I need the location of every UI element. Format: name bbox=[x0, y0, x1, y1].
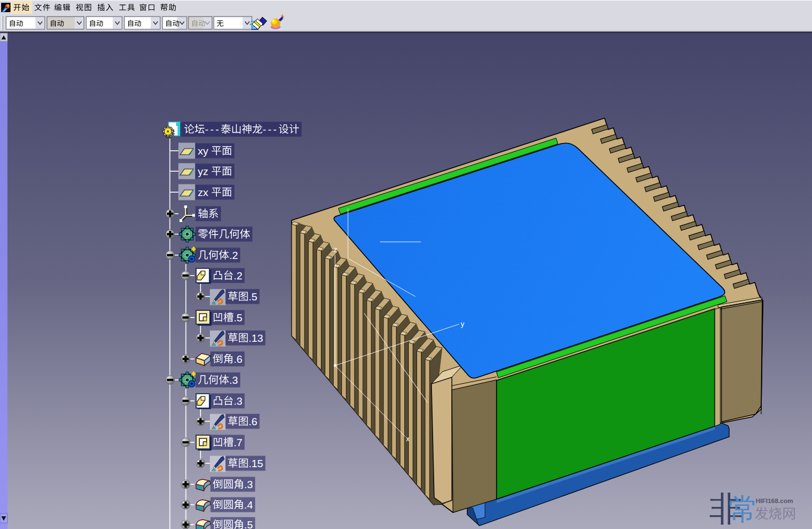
svg-text:.6: .6 bbox=[249, 416, 257, 427]
svg-text:-: - bbox=[273, 124, 277, 135]
svg-text:z: z bbox=[334, 245, 338, 253]
svg-text:.5: .5 bbox=[249, 291, 257, 303]
svg-text:.13: .13 bbox=[249, 332, 263, 344]
svg-text:.4: .4 bbox=[244, 499, 253, 511]
svg-text:.15: .15 bbox=[249, 458, 263, 469]
svg-text:.7: .7 bbox=[234, 437, 242, 448]
svg-text:zx: zx bbox=[198, 187, 209, 198]
svg-text:y: y bbox=[461, 320, 465, 328]
svg-text:xy: xy bbox=[198, 145, 209, 157]
svg-text:HIFI168.com: HIFI168.com bbox=[756, 498, 793, 504]
svg-text:.2: .2 bbox=[229, 250, 238, 261]
svg-text:-: - bbox=[210, 124, 214, 135]
svg-text:.5: .5 bbox=[244, 519, 253, 529]
svg-text:.6: .6 bbox=[234, 353, 242, 365]
svg-text:-: - bbox=[268, 124, 271, 135]
svg-text:-: - bbox=[205, 124, 208, 135]
svg-text:x: x bbox=[406, 435, 410, 443]
svg-text:.5: .5 bbox=[234, 312, 242, 324]
svg-text:.3: .3 bbox=[229, 374, 238, 386]
svg-text:.2: .2 bbox=[234, 270, 242, 282]
svg-text:-: - bbox=[215, 124, 219, 135]
svg-text:yz: yz bbox=[198, 166, 208, 177]
svg-text:常: 常 bbox=[729, 493, 758, 526]
svg-text:-: - bbox=[263, 124, 266, 135]
svg-text:.3: .3 bbox=[234, 395, 242, 407]
svg-text:.3: .3 bbox=[244, 479, 253, 490]
